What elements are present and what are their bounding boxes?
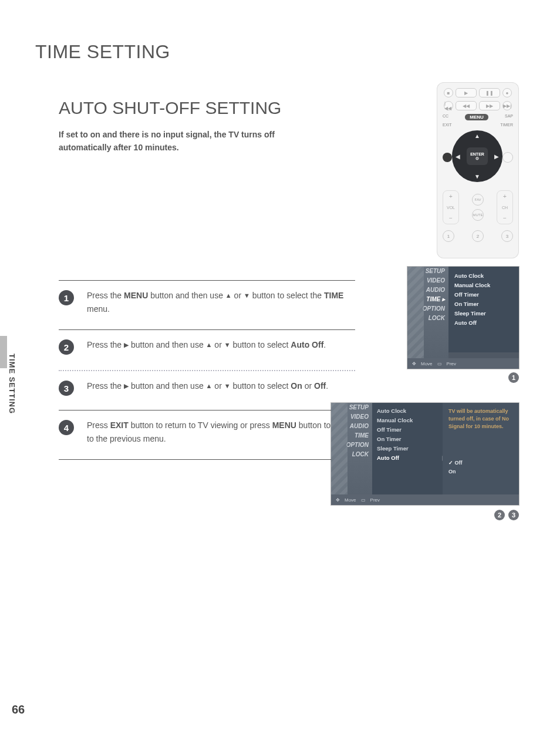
- forward-button-icon: ▶▶: [479, 101, 500, 110]
- dpad-icon: ✥: [412, 361, 416, 366]
- prev-label: Prev: [447, 361, 456, 366]
- stop-button-icon: ■: [444, 88, 453, 97]
- next-track-button-icon: ▶▶|: [502, 101, 512, 110]
- callout-badge: 3: [508, 510, 519, 520]
- move-label: Move: [345, 497, 356, 503]
- callout-badge: 1: [508, 372, 519, 383]
- timer-button: [502, 152, 513, 163]
- mute-button: MUTE: [472, 209, 484, 221]
- d-pad: ▲ ▼ ◀ ▶ ENTER⊙: [452, 130, 503, 182]
- menu-item: On Timer: [454, 300, 513, 309]
- step-2: 2 Press the ▶ button and then use ▲ or ▼…: [59, 331, 355, 365]
- remote-illustration: ■ ▶ ❚❚ ● |◀◀ ◀◀ ▶▶ ▶▶| CC MENU SAP EXIT …: [437, 82, 519, 258]
- prev-track-button-icon: |◀◀: [444, 101, 453, 110]
- osd-time-menu: SETUP VIDEO AUDIO TIME ▸ OPTION LOCK Aut…: [407, 267, 519, 369]
- page-title: TIME SETTING: [35, 41, 525, 63]
- cc-label: CC: [443, 114, 448, 120]
- callout-badge: 2: [494, 510, 505, 520]
- divider: [59, 329, 355, 330]
- osd-auto-off-detail: SETUP VIDEO AUDIO TIME OPTION LOCK Auto …: [331, 403, 519, 505]
- auto-off-note: TV will be automatically turned off, in …: [448, 408, 513, 430]
- exit-button: [443, 153, 452, 162]
- right-arrow-icon: ▸: [442, 296, 445, 302]
- step-1: 1 Press the MENU button and then use ▲ o…: [59, 282, 355, 326]
- divider: [59, 459, 355, 460]
- page-number: 66: [12, 703, 25, 716]
- menu-item: Manual Clock: [377, 416, 447, 425]
- step-badge: 4: [59, 420, 74, 435]
- pause-button-icon: ❚❚: [479, 88, 500, 97]
- rewind-button-icon: ◀◀: [456, 101, 477, 110]
- left-arrow-icon: ◀: [456, 153, 460, 160]
- option-on: On: [448, 467, 513, 476]
- divider: [59, 410, 355, 410]
- step-badge: 3: [59, 381, 74, 396]
- menu-item: Off Timer: [454, 290, 513, 300]
- step-badge: 2: [59, 339, 74, 355]
- fav-button: FAV: [472, 194, 484, 206]
- up-arrow-icon: ▲: [225, 291, 232, 301]
- step-3: 3 Press the ▶ button and then use ▲ or ▼…: [59, 372, 355, 406]
- side-tab-label: TIME SETTING: [8, 354, 16, 414]
- down-arrow-icon: ▼: [224, 340, 231, 351]
- dpad-icon: ✥: [336, 497, 340, 503]
- up-arrow-icon: ▲: [474, 133, 480, 139]
- divider-dotted: [59, 370, 355, 371]
- record-button-icon: ●: [502, 88, 512, 97]
- divider: [59, 280, 355, 281]
- step-4: 4 Press EXIT button to return to TV view…: [59, 412, 355, 456]
- step-badge: 1: [59, 290, 74, 305]
- num-button-1: 1: [443, 230, 454, 242]
- menu-item: Auto Clock: [377, 406, 447, 416]
- prev-label: Prev: [370, 497, 380, 503]
- menu-item-selected: Auto Off▶: [377, 453, 447, 463]
- steps: 1 Press the MENU button and then use ▲ o…: [59, 280, 355, 460]
- up-arrow-icon: ▲: [206, 340, 212, 351]
- side-tab: TIME SETTING: [0, 336, 22, 471]
- right-arrow-icon: ▶: [124, 381, 129, 392]
- right-arrow-icon: ▶: [124, 340, 129, 351]
- menu-icon: ▭: [361, 497, 366, 503]
- menu-item: Auto Off: [454, 318, 513, 328]
- menu-button: MENU: [465, 114, 488, 120]
- move-label: Move: [421, 361, 433, 366]
- volume-rocker: +VOL−: [443, 190, 459, 224]
- down-arrow-icon: ▼: [474, 173, 480, 180]
- exit-label: EXIT: [443, 123, 452, 127]
- menu-icon: ▭: [437, 361, 442, 366]
- intro-text: If set to on and there is no input signa…: [59, 129, 305, 154]
- timer-label: TIMER: [500, 123, 513, 127]
- menu-item: Auto Clock: [454, 271, 513, 281]
- down-arrow-icon: ▼: [224, 381, 231, 392]
- option-off: Off: [448, 459, 513, 467]
- menu-item: Sleep Timer: [454, 309, 513, 318]
- channel-rocker: +CH−: [497, 190, 513, 224]
- play-button-icon: ▶: [456, 88, 477, 97]
- menu-item: On Timer: [377, 435, 447, 444]
- menu-item: Off Timer: [377, 425, 447, 435]
- right-arrow-icon: ▶: [494, 153, 499, 160]
- menu-item: Manual Clock: [454, 281, 513, 290]
- down-arrow-icon: ▼: [244, 291, 250, 301]
- num-button-3: 3: [501, 230, 513, 242]
- menu-item: Sleep Timer: [377, 444, 447, 453]
- num-button-2: 2: [472, 230, 484, 242]
- enter-button: ENTER⊙: [467, 147, 488, 165]
- up-arrow-icon: ▲: [206, 381, 212, 392]
- sap-label: SAP: [505, 114, 513, 120]
